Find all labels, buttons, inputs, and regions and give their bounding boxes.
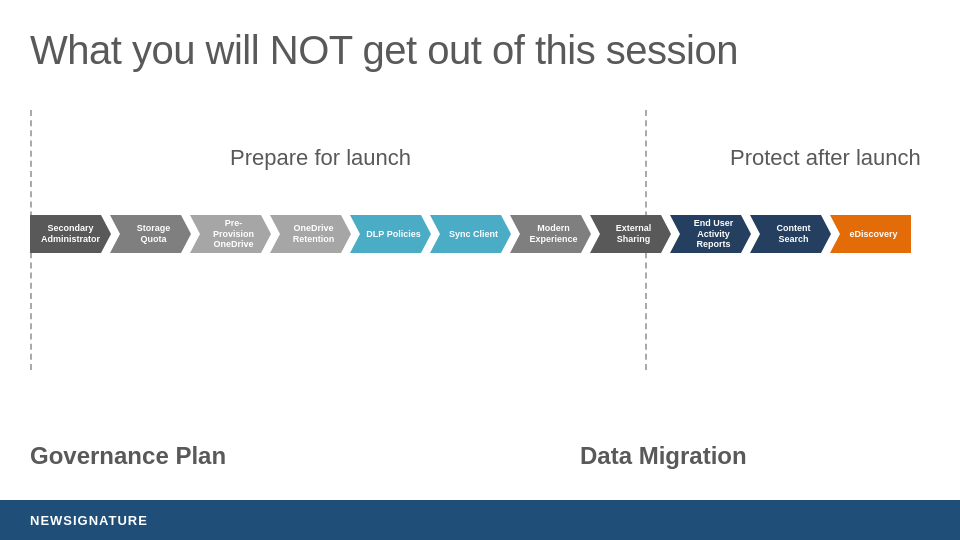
arrow-label-line: Activity bbox=[697, 229, 730, 240]
arrow-label-line: Experience bbox=[529, 234, 577, 245]
arrow-label-line: Reports bbox=[696, 239, 730, 250]
arrow-label-line: Sharing bbox=[617, 234, 651, 245]
arrow-item-3: OneDriveRetention bbox=[270, 215, 351, 253]
arrow-label-line: Sync Client bbox=[449, 229, 498, 240]
arrow-item-10: eDiscovery bbox=[830, 215, 911, 253]
arrow-label-line: End User bbox=[694, 218, 734, 229]
arrow-row: SecondaryAdministratorStorageQuotaPre-Pr… bbox=[30, 215, 950, 253]
arrow-label-line: Quota bbox=[140, 234, 166, 245]
arrow-item-5: Sync Client bbox=[430, 215, 511, 253]
arrow-item-7: ExternalSharing bbox=[590, 215, 671, 253]
arrow-item-4: DLP Policies bbox=[350, 215, 431, 253]
protect-label: Protect after launch bbox=[730, 145, 921, 171]
arrow-item-0: SecondaryAdministrator bbox=[30, 215, 111, 253]
arrow-label-line: OneDrive bbox=[213, 239, 253, 250]
slide: What you will NOT get out of this sessio… bbox=[0, 0, 960, 540]
footer-logo: NEWSIGNATURE bbox=[30, 513, 148, 528]
arrow-label-line: Provision bbox=[213, 229, 254, 240]
arrow-label-line: OneDrive bbox=[293, 223, 333, 234]
arrow-label-line: Administrator bbox=[41, 234, 100, 245]
arrow-label-line: DLP Policies bbox=[366, 229, 420, 240]
arrow-item-6: ModernExperience bbox=[510, 215, 591, 253]
footer-bar: NEWSIGNATURE bbox=[0, 500, 960, 540]
slide-title: What you will NOT get out of this sessio… bbox=[30, 28, 738, 73]
prepare-label: Prepare for launch bbox=[230, 145, 411, 171]
governance-label: Governance Plan bbox=[30, 442, 226, 470]
arrow-label-line: eDiscovery bbox=[849, 229, 897, 240]
arrow-label-line: Content bbox=[777, 223, 811, 234]
arrow-label-line: Search bbox=[778, 234, 808, 245]
arrow-label-line: Storage bbox=[137, 223, 171, 234]
arrow-item-9: ContentSearch bbox=[750, 215, 831, 253]
arrow-label-line: Modern bbox=[537, 223, 570, 234]
data-migration-label: Data Migration bbox=[580, 442, 747, 470]
arrow-item-8: End UserActivityReports bbox=[670, 215, 751, 253]
arrow-item-2: Pre-ProvisionOneDrive bbox=[190, 215, 271, 253]
arrow-label-line: Retention bbox=[293, 234, 335, 245]
arrow-label-line: Secondary bbox=[47, 223, 93, 234]
arrow-label-line: Pre- bbox=[225, 218, 243, 229]
arrow-item-1: StorageQuota bbox=[110, 215, 191, 253]
arrow-label-line: External bbox=[616, 223, 652, 234]
